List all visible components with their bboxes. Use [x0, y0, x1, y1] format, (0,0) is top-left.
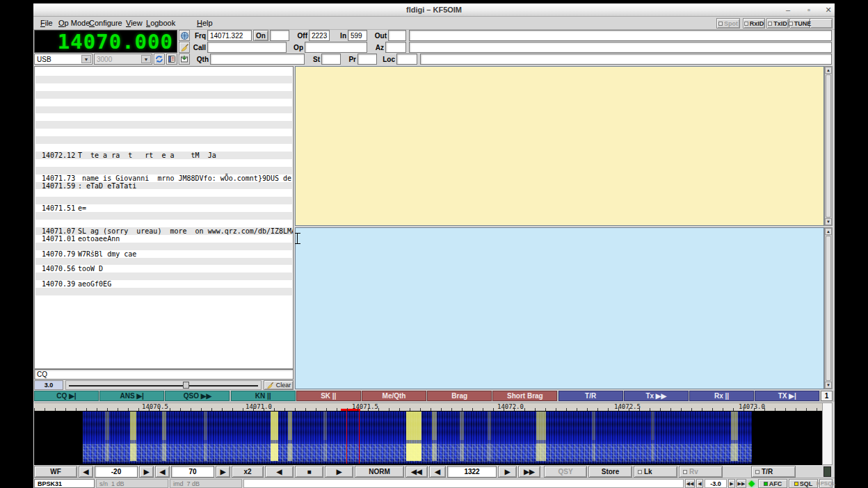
- carrier-frequency-value[interactable]: 1322: [447, 466, 497, 478]
- rx-scrollbar-thumb[interactable]: [826, 74, 831, 218]
- toggle-tune[interactable]: TUNE: [789, 18, 810, 29]
- macro-rx-[interactable]: Rx ||: [689, 391, 754, 401]
- afc-step-right-button[interactable]: ▶: [728, 479, 735, 488]
- browser-line[interactable]: 14070.56tooW D: [35, 265, 293, 273]
- browser-row[interactable]: [35, 212, 292, 220]
- browser-row[interactable]: [35, 129, 292, 136]
- browser-row[interactable]: [35, 113, 292, 121]
- speed-button[interactable]: NORM: [355, 466, 404, 478]
- range-decrease-button[interactable]: ◀: [155, 466, 170, 478]
- time-off-input[interactable]: 2223: [309, 30, 330, 41]
- afc-step-left-button[interactable]: ◀: [696, 479, 703, 488]
- vfo-frequency-display[interactable]: 14070.000: [34, 30, 177, 53]
- browser-row[interactable]: [35, 189, 292, 197]
- macro-cq-[interactable]: CQ ▶|: [34, 391, 99, 401]
- qsy-button[interactable]: QSY: [544, 466, 587, 478]
- menu-item-logbook[interactable]: Logbook: [143, 17, 179, 29]
- afc-offset-value[interactable]: -3.0: [705, 479, 727, 488]
- scroll-left-button[interactable]: ◀: [265, 466, 294, 478]
- afc-seek-right-button[interactable]: ▶▶: [737, 479, 746, 488]
- macro-entry-input[interactable]: CQ: [34, 369, 294, 380]
- browser-row[interactable]: [35, 83, 292, 91]
- macro-short-brag[interactable]: Short Brag: [492, 391, 557, 401]
- menu-item-file[interactable]: File: [37, 17, 56, 29]
- chevron-down-icon[interactable]: ▼: [81, 55, 91, 63]
- qth-input[interactable]: [210, 54, 305, 65]
- toggle-txid[interactable]: TxID: [766, 18, 789, 29]
- rst-in-input[interactable]: 599: [348, 30, 367, 41]
- macro-me-qth[interactable]: Me/Qth: [362, 391, 426, 401]
- mode-select[interactable]: USB ▼: [34, 54, 93, 65]
- seek-right-button[interactable]: ▶▶: [518, 466, 540, 478]
- browser-line[interactable]: 14071.01eotoaeeAnn: [35, 235, 293, 243]
- browser-line[interactable]: 14071.59: eTaD eTaTati: [35, 182, 293, 190]
- pr-input[interactable]: [357, 54, 377, 65]
- scroll-down-icon[interactable]: ▼: [825, 218, 832, 225]
- tx-scrollbar[interactable]: ▲ ▼: [824, 227, 833, 389]
- gain-decrease-button[interactable]: ◀: [79, 466, 93, 478]
- browser-row[interactable]: [35, 243, 292, 250]
- loc-input[interactable]: [396, 54, 417, 65]
- browser-row[interactable]: [35, 288, 292, 295]
- scroll-down-icon[interactable]: ▼: [825, 382, 832, 389]
- afc-seek-left-button[interactable]: ◀◀: [685, 479, 695, 488]
- lock-button[interactable]: Lk: [634, 466, 677, 478]
- sql-button[interactable]: SQL: [789, 479, 818, 488]
- browser-line[interactable]: 14071.51e=: [35, 204, 293, 212]
- stop-button[interactable]: ■: [295, 466, 323, 478]
- squelch-slider[interactable]: [65, 380, 262, 390]
- menu-item-configure[interactable]: Configure: [86, 17, 126, 29]
- waterfall-display[interactable]: [34, 411, 822, 465]
- chevron-down-icon[interactable]: ▼: [141, 55, 151, 63]
- browser-row[interactable]: [35, 220, 292, 227]
- bandwidth-select[interactable]: 3000 ▼: [94, 54, 152, 65]
- afc-button[interactable]: AFC: [758, 479, 787, 488]
- notes-field-1[interactable]: [409, 30, 832, 41]
- scroll-right-button[interactable]: ▶: [325, 466, 353, 478]
- browser-row[interactable]: [35, 136, 292, 144]
- macro-brag[interactable]: Brag: [427, 391, 492, 401]
- macro-qso-[interactable]: QSO ▶▶: [165, 391, 230, 401]
- browser-row[interactable]: [35, 258, 292, 266]
- browser-line[interactable]: 14071.73 name is Giovanni mrno JM88DVfo:…: [35, 174, 293, 182]
- gain-increase-button[interactable]: ▶: [139, 466, 154, 478]
- maximize-button[interactable]: ▫: [801, 5, 817, 15]
- frq-input[interactable]: 14071.322: [207, 30, 252, 41]
- tx-text-panel[interactable]: [295, 227, 824, 389]
- notes-field-2[interactable]: [409, 42, 832, 53]
- zoom-button[interactable]: x2: [232, 466, 264, 478]
- browser-row[interactable]: [35, 68, 292, 76]
- scroll-up-icon[interactable]: ▲: [825, 67, 832, 74]
- browser-line[interactable]: 14071.07SL ag (sorry ureau) more on www.…: [35, 227, 293, 235]
- browser-row[interactable]: [35, 121, 292, 129]
- macro-sk-[interactable]: SK ||: [296, 391, 361, 401]
- rx-text-panel[interactable]: [295, 66, 824, 226]
- squelch-slider-thumb[interactable]: [183, 382, 189, 389]
- macro-t-r[interactable]: T/R: [558, 391, 623, 401]
- browser-row[interactable]: [35, 273, 292, 280]
- browser-row[interactable]: [35, 91, 292, 99]
- browser-row[interactable]: [35, 159, 292, 167]
- rst-out-input[interactable]: [388, 30, 406, 41]
- minimize-button[interactable]: –: [780, 5, 796, 15]
- carrier-up-button[interactable]: ▶: [498, 466, 517, 478]
- browser-row[interactable]: [35, 106, 292, 114]
- browser-row[interactable]: [35, 167, 292, 174]
- notes-field-3[interactable]: [420, 54, 832, 65]
- browser-row[interactable]: [35, 76, 292, 83]
- store-button[interactable]: Store: [588, 466, 632, 478]
- macro-set-button[interactable]: 1: [821, 391, 833, 401]
- reverse-button[interactable]: Rv: [679, 466, 723, 478]
- scroll-up-icon[interactable]: ▲: [825, 228, 832, 235]
- macro-tx-[interactable]: TX ▶|: [755, 391, 819, 401]
- macro-kn-[interactable]: KN ||: [231, 391, 296, 401]
- op-input[interactable]: [305, 42, 367, 53]
- waterfall-scale[interactable]: 14070.514071.014071.514072.014072.514073…: [34, 402, 822, 411]
- logbook-icon[interactable]: [166, 54, 177, 65]
- menu-item-help[interactable]: Help: [193, 17, 216, 29]
- close-button[interactable]: ✕: [821, 5, 836, 15]
- wf-mode-button[interactable]: WF: [34, 466, 77, 478]
- tx-scrollbar-thumb[interactable]: [826, 236, 831, 381]
- browser-row[interactable]: [35, 99, 292, 106]
- gain-value[interactable]: -20: [95, 466, 138, 478]
